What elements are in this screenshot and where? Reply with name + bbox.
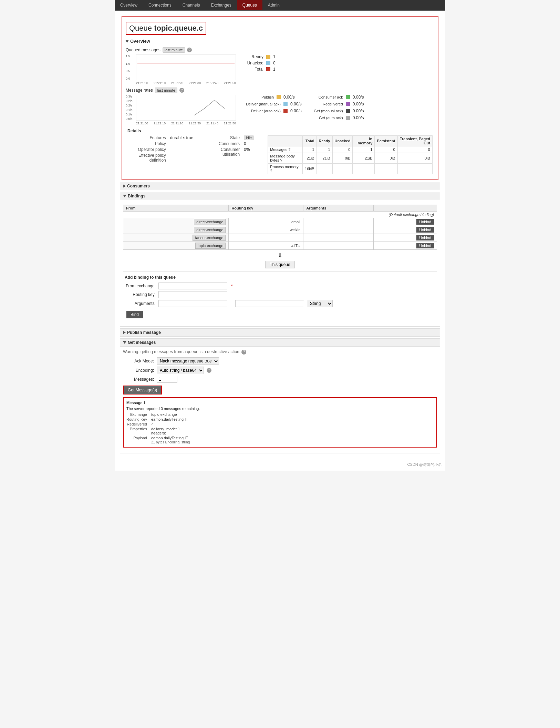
unbind-button-1[interactable]: Unbind (416, 227, 434, 233)
queued-messages-chart: 1.51.00.50.0 21:21:0021:21:1021:21:2021:… (136, 54, 236, 85)
rate-deliver-manual: Deliver (manual ack) 0.00/s (243, 102, 302, 106)
ack-mode-row: Ack Mode: Nack message requeue true Ack … (123, 357, 437, 365)
table-row: Process memory ? 16kiB (268, 164, 433, 174)
bindings-header[interactable]: Bindings (120, 192, 440, 200)
encoding-help[interactable]: ? (207, 368, 211, 373)
unacked-color (266, 61, 270, 65)
table-row: Message body bytes ? 21iB 21iB 0iB 21iB … (268, 153, 433, 164)
get-button-container: Get Message(s) (123, 386, 437, 394)
binding-row-0: direct-exchange email Unbind (123, 218, 437, 226)
chart-y-labels: 1.51.00.50.0 (126, 54, 130, 80)
bindings-toggle-icon (123, 195, 126, 197)
arrow-down-icon: ⇓ (123, 252, 437, 259)
routing-key-row: Routing key: (125, 291, 435, 298)
details-title: Details (127, 129, 433, 133)
nav-channels[interactable]: Channels (177, 0, 206, 10)
get-messages-header[interactable]: Get messages (120, 338, 440, 347)
rates-panel: Publish 0.00/s Deliver (manual ack) 0.00… (243, 95, 364, 120)
chart-x-labels: 21:21:0021:21:1021:21:2021:21:3021:21:40… (136, 81, 236, 85)
rates-y-labels: 0.3/s0.2/s0.2/s0.1/s0.1/s0.0/s (126, 95, 133, 121)
get-messages-toggle-icon (123, 341, 126, 344)
get-messages-help[interactable]: ? (241, 350, 246, 355)
get-manual-color (346, 109, 350, 113)
stat-ready: Ready 1 (243, 54, 284, 59)
stat-total: Total 1 (243, 67, 284, 72)
messages-count-row: Messages: (123, 376, 437, 383)
queued-stats-panel: Ready 1 Unacked 0 Total 1 (243, 54, 284, 72)
publish-toggle-icon (123, 331, 126, 334)
consumers-toggle-icon (123, 184, 126, 188)
rate-get-auto: Get (auto ack) 0.00/s (312, 115, 364, 120)
arguments-type-select[interactable]: String Number Boolean (307, 300, 333, 307)
nav-connections[interactable]: Connections (143, 0, 177, 10)
routing-key-input[interactable] (158, 291, 227, 298)
this-queue-button[interactable]: This queue (265, 261, 294, 268)
nav-exchanges[interactable]: Exchanges (205, 0, 237, 10)
bindings-section: Bindings From Routing key Arguments (120, 192, 440, 327)
this-queue-container: This queue (123, 261, 437, 268)
get-auto-color (346, 116, 350, 120)
consumers-section: Consumers (120, 182, 440, 190)
overview-toggle-icon (125, 40, 129, 43)
ack-mode-select[interactable]: Nack message requeue true Ack message re… (157, 357, 219, 365)
nav-overview[interactable]: Overview (115, 0, 143, 10)
rate-get-manual: Get (manual ack) 0.00/s (312, 109, 364, 113)
time-badge: last minute (163, 47, 185, 53)
add-binding-form: Add binding to this queue From exchange:… (125, 275, 435, 320)
message-rates-svg (136, 95, 236, 121)
details-left: Features durable: true Policy Operator p… (127, 135, 193, 163)
from-exchange-row: From exchange: * (125, 283, 435, 289)
unbind-button-0[interactable]: Unbind (416, 219, 434, 225)
footer-note: CSDN @进阶的小名 (115, 459, 445, 471)
rate-deliver-auto: Deliver (auto ack) 0.00/s (243, 109, 302, 113)
message-rates-label: Message rates last minute ? (126, 88, 434, 93)
nav-admin[interactable]: Admin (262, 0, 285, 10)
rates-left-col: Publish 0.00/s Deliver (manual ack) 0.00… (243, 95, 302, 120)
consumer-ack-color (346, 95, 350, 99)
from-exchange-input[interactable] (158, 283, 227, 289)
queue-title: Queue topic.queue.c (126, 22, 206, 35)
queued-messages-label: Queued messages last minute ? (126, 47, 434, 53)
table-row: Messages ? 1 1 0 1 0 0 (268, 146, 433, 153)
publish-message-section: Publish message (120, 328, 440, 337)
get-messages-warning: Warning: getting messages from a queue i… (123, 349, 437, 355)
details-middle: State idle Consumers 0 Consumer utilisat… (207, 135, 254, 157)
required-marker: * (231, 284, 233, 288)
binding-row-3: topic-exchange #.IT.# Unbind (123, 242, 437, 250)
message-result-title: Message 1 (126, 401, 434, 405)
publish-message-header[interactable]: Publish message (120, 328, 440, 337)
binding-row-2: fanout-exchange Unbind (123, 234, 437, 242)
queued-messages-help[interactable]: ? (187, 48, 192, 52)
bindings-table: From Routing key Arguments (Default exch… (123, 205, 437, 250)
encoding-select[interactable]: Auto string / base64 base64 (157, 367, 204, 374)
details-right: Total Ready Unacked In memory Persistent… (268, 135, 433, 174)
total-color (266, 67, 270, 71)
unbind-button-2[interactable]: Unbind (416, 235, 434, 240)
publish-color (277, 95, 281, 99)
queued-messages-svg (136, 54, 236, 80)
messages-count-input[interactable] (157, 376, 177, 383)
deliver-manual-color (283, 102, 288, 106)
rates-time-badge: last minute (155, 88, 177, 93)
consumers-header[interactable]: Consumers (120, 182, 440, 190)
message-rates-help[interactable]: ? (179, 88, 184, 93)
bindings-content: From Routing key Arguments (Default exch… (120, 200, 440, 327)
binding-row-1: direct-exchange weixin Unbind (123, 226, 437, 234)
get-messages-button[interactable]: Get Message(s) (123, 386, 162, 394)
arguments-key-input[interactable] (158, 300, 227, 307)
arguments-value-input[interactable] (235, 300, 304, 307)
get-messages-content: Warning: getting messages from a queue i… (120, 347, 440, 453)
stat-unacked: Unacked 0 (243, 61, 284, 65)
redelivered-color (346, 102, 350, 106)
message-result: Message 1 The server reported 0 messages… (123, 397, 437, 448)
deliver-auto-color (283, 109, 288, 113)
rate-consumer-ack: Consumer ack 0.00/s (312, 95, 364, 100)
arguments-row: Arguments: = String Number Boolean (125, 300, 435, 307)
details-table: Total Ready Unacked In memory Persistent… (268, 135, 433, 174)
overview-title: Overview (124, 38, 436, 44)
unbind-button-3[interactable]: Unbind (416, 243, 434, 248)
bind-button[interactable]: Bind (126, 311, 143, 318)
rates-right-col: Consumer ack 0.00/s Redelivered 0.00/s G… (312, 95, 364, 120)
nav-queues[interactable]: Queues (237, 0, 262, 10)
rate-publish: Publish 0.00/s (243, 95, 302, 100)
